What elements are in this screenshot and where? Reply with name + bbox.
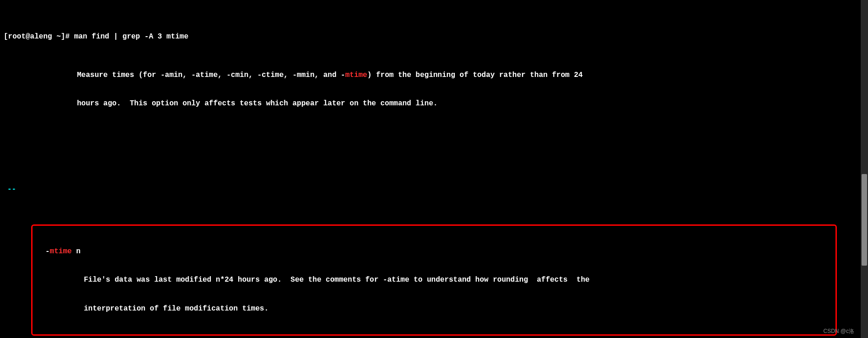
highlight-box-1: -mtime n File's data was last modified n… bbox=[31, 224, 837, 336]
grep-match: mtime bbox=[345, 71, 367, 79]
prompt-bracket-close: ]# bbox=[61, 33, 74, 41]
output-line: interpretation of file modification time… bbox=[38, 304, 830, 314]
command-text: man find | grep -A 3 mtime bbox=[74, 33, 189, 41]
command-line: [root@aleng ~]# man find | grep -A 3 mti… bbox=[4, 32, 864, 42]
text: ) from the beginning of today rather tha… bbox=[367, 71, 583, 79]
text: Measure times (for -amin, -atime, -cmin,… bbox=[77, 71, 345, 79]
output-line: hours ago. This option only affects test… bbox=[4, 99, 864, 109]
grep-match: mtime bbox=[50, 247, 72, 256]
scrollbar[interactable] bbox=[861, 0, 868, 338]
prompt-bracket: [ bbox=[4, 33, 8, 41]
output-line: -mtime n bbox=[38, 247, 830, 256]
prompt-path: ~ bbox=[56, 33, 61, 41]
watermark: CSDN @c洛 bbox=[823, 328, 854, 335]
terminal-output[interactable]: [root@aleng ~]# man find | grep -A 3 mti… bbox=[4, 4, 864, 338]
blank-line bbox=[4, 127, 864, 137]
output-line: Measure times (for -amin, -atime, -cmin,… bbox=[4, 71, 864, 80]
text: - bbox=[45, 247, 50, 256]
scrollbar-thumb[interactable] bbox=[862, 174, 867, 266]
prompt-userhost: root@aleng bbox=[8, 33, 57, 41]
text: n bbox=[72, 247, 81, 256]
blank-line bbox=[4, 156, 864, 166]
output-line: File's data was last modified n*24 hours… bbox=[38, 275, 830, 285]
grep-separator: -- bbox=[4, 185, 864, 194]
